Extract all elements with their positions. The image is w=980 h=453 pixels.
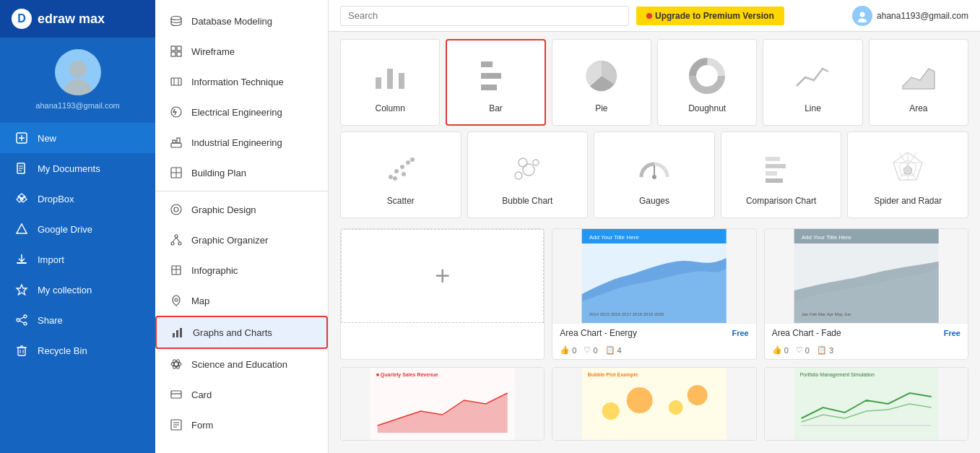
svg-rect-27 [171, 52, 175, 56]
google-drive-icon [14, 222, 29, 236]
mid-item-form[interactable]: Form [155, 410, 328, 440]
map-icon [168, 293, 184, 309]
mid-item-electrical-engineering[interactable]: Electrical Engineering [155, 97, 328, 127]
share-icon [14, 313, 29, 327]
svg-point-82 [515, 172, 522, 179]
avatar-body [64, 79, 92, 95]
chart-card-spider[interactable]: Spider and Radar [847, 131, 968, 218]
svg-point-42 [171, 242, 174, 245]
scatter-chart-icon [379, 147, 422, 190]
template-area-fade-footer: Area Chart - Fade Free [765, 323, 968, 342]
svg-point-14 [24, 315, 27, 318]
template-portfolio-mgmt[interactable]: Portfolio Management Simulation [764, 367, 968, 441]
scatter-label: Scatter [387, 196, 415, 206]
sidebar-item-google-drive[interactable]: Google Drive [0, 214, 155, 244]
chart-card-doughnut[interactable]: Doughnut [657, 39, 757, 126]
template-area-energy[interactable]: Add Your Title Here 2014 2015 2016 2017 … [552, 228, 756, 360]
template-area-fade-thumb: Add Your Title Here Jan Feb Mar Apr May … [765, 229, 968, 323]
template-area-fade[interactable]: Add Your Title Here Jan Feb Mar Apr May … [764, 228, 968, 360]
svg-point-77 [393, 176, 397, 181]
mid-item-industrial-engineering[interactable]: Industrial Engineering [155, 127, 328, 158]
svg-rect-28 [177, 52, 181, 56]
sidebar-item-my-collection[interactable]: My collection [0, 275, 155, 305]
mid-item-graphic-design[interactable]: Graphic Design [155, 194, 328, 225]
sidebar-item-share[interactable]: Share [0, 305, 155, 335]
information-technique-icon [168, 74, 184, 90]
sidebar-item-my-documents[interactable]: My Documents [0, 153, 155, 184]
topbar-user-email: ahana1193@gmail.com [877, 11, 968, 21]
chart-card-comparison[interactable]: Comparison Chart [721, 131, 842, 218]
avatar [55, 49, 101, 95]
science-and-education-icon [168, 356, 184, 372]
mid-item-graphs-and-charts[interactable]: Graphs and Charts [155, 316, 328, 349]
svg-point-75 [389, 175, 393, 179]
template-quarterly-sales[interactable]: ■ Quartely Sales Revenue [340, 367, 545, 441]
mid-item-wireframe[interactable]: Wireframe [155, 36, 328, 66]
mid-item-information-technique[interactable]: Information Technique [155, 66, 328, 97]
svg-text:Add Your Title Here: Add Your Title Here [801, 234, 851, 241]
sidebar-item-import[interactable]: Import [0, 244, 155, 275]
bubble-chart-icon [506, 147, 549, 190]
mid-item-map[interactable]: Map [155, 285, 328, 316]
sidebar-item-dropbox[interactable]: DropBox [0, 184, 155, 214]
graphs-and-charts-icon [170, 324, 186, 340]
column-chart-icon [368, 54, 412, 98]
svg-rect-68 [481, 61, 493, 67]
sidebar-label-recycle-bin: Recycle Bin [38, 345, 87, 356]
chart-card-line[interactable]: Line [763, 39, 862, 126]
upgrade-button[interactable]: Upgrade to Premium Version [636, 7, 784, 25]
sidebar-item-new[interactable]: New [0, 123, 155, 153]
mid-item-card[interactable]: Card [155, 379, 328, 410]
sidebar-label-my-documents: My Documents [38, 163, 100, 174]
sidebar-label-dropbox: DropBox [38, 194, 74, 204]
chart-card-pie[interactable]: Pie [552, 39, 651, 126]
templates-grid-bottom: ■ Quartely Sales Revenue Bubble Plot Exa… [340, 367, 968, 441]
mid-item-database-modeling[interactable]: Database Modeling [155, 6, 328, 36]
chart-card-column[interactable]: Column [340, 39, 440, 126]
svg-rect-34 [173, 140, 175, 143]
svg-rect-51 [176, 330, 178, 337]
line-chart-icon [791, 54, 834, 98]
template-new-blank[interactable]: + [340, 228, 545, 360]
chart-card-bubble[interactable]: Bubble Chart [467, 131, 589, 218]
mid-item-graphic-organizer[interactable]: Graphic Organizer [155, 225, 328, 255]
svg-point-78 [400, 165, 404, 169]
sidebar-nav: New My Documents DropBox Google Drive Im… [0, 123, 155, 366]
mid-item-science-and-education[interactable]: Science and Education [155, 349, 328, 379]
hearts-stat-2: ♡ 0 [796, 345, 810, 355]
svg-point-43 [178, 242, 181, 245]
chart-card-scatter[interactable]: Scatter [340, 131, 461, 218]
svg-rect-70 [481, 85, 497, 90]
svg-text:2014  2015  2016  2017  2018  : 2014 2015 2016 2017 2018 2019 2020 [589, 312, 664, 316]
template-area-energy-footer: Area Chart - Energy Free [552, 323, 755, 342]
my-collection-icon [14, 282, 29, 297]
svg-rect-35 [177, 138, 180, 143]
chart-card-gauges[interactable]: Gauges [594, 131, 715, 218]
sidebar-item-recycle-bin[interactable]: Recycle Bin [0, 335, 155, 366]
svg-text:Add Your Title Here: Add Your Title Here [589, 234, 639, 241]
gauges-chart-icon [633, 147, 676, 190]
svg-point-113 [669, 400, 683, 415]
template-bubble-plot[interactable]: Bubble Plot Example [552, 367, 756, 441]
area-chart-icon [897, 54, 940, 98]
svg-rect-11 [17, 262, 27, 264]
svg-line-17 [19, 317, 24, 319]
svg-rect-29 [171, 78, 181, 85]
svg-rect-69 [481, 73, 501, 79]
mid-item-building-plan[interactable]: Building Plan [155, 158, 328, 188]
line-label: Line [805, 103, 821, 113]
svg-rect-52 [180, 328, 182, 337]
svg-marker-10 [17, 224, 27, 233]
svg-rect-88 [766, 157, 780, 161]
middle-panel: Database Modeling Wireframe Information … [155, 0, 329, 453]
mid-item-infographic[interactable]: Infographic [155, 255, 328, 285]
upgrade-label: Upgrade to Premium Version [655, 11, 774, 21]
svg-rect-115 [794, 368, 938, 440]
search-input[interactable] [340, 6, 629, 26]
likes-stat: 👍 0 [560, 345, 576, 355]
chart-card-area[interactable]: Area [869, 39, 968, 126]
recycle-bin-icon [14, 343, 29, 358]
chart-card-bar[interactable]: Bar [446, 39, 545, 126]
svg-rect-26 [177, 46, 181, 51]
mid-label-form: Form [191, 420, 213, 431]
